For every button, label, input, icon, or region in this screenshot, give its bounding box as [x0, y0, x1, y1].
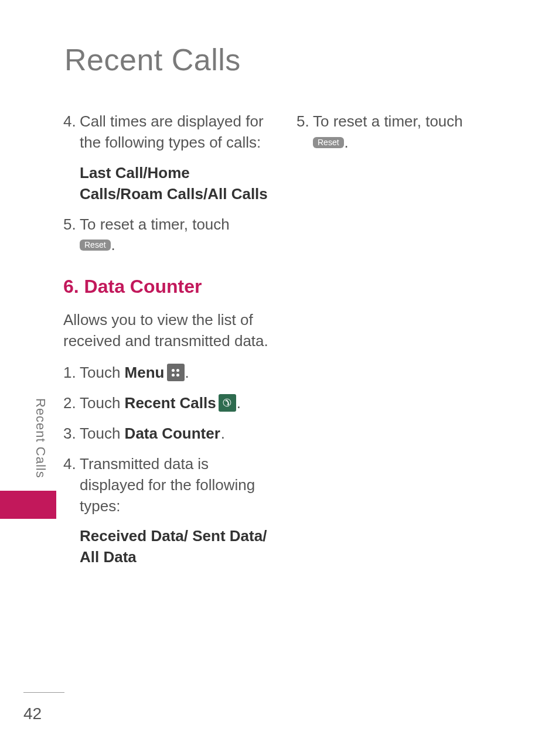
- dc-step-2: 2. Touch Recent Calls✆.: [63, 393, 273, 414]
- step-number: 2.: [63, 393, 80, 414]
- step-text: To reset a timer, touch Reset.: [313, 111, 506, 153]
- step-number: 3.: [63, 423, 80, 444]
- dc-step-3: 3. Touch Data Counter.: [63, 423, 273, 444]
- step-number: 5.: [296, 111, 313, 153]
- recent-calls-icon: ✆: [219, 394, 236, 412]
- dc-step-4-data-types: Received Data/ Sent Data/ All Data: [80, 526, 273, 568]
- step-5-text: To reset a timer, touch: [80, 215, 230, 233]
- step-5r-text: To reset a timer, touch: [313, 112, 463, 130]
- reset-button-icon: Reset: [80, 240, 111, 251]
- period: .: [185, 364, 189, 381]
- step-4-call-types: Last Call/Home Calls/Roam Calls/All Call…: [80, 163, 273, 205]
- dc1-menu-label: Menu: [125, 364, 165, 381]
- step-number: 5.: [63, 214, 80, 256]
- step-text: To reset a timer, touch Reset.: [80, 214, 273, 256]
- content-columns: 4. Call times are displayed for the foll…: [63, 111, 506, 577]
- dc3-prefix: Touch: [80, 425, 125, 442]
- step-number: 4.: [63, 111, 80, 153]
- dc1-prefix: Touch: [80, 364, 125, 381]
- period: .: [237, 394, 241, 412]
- side-tab: Recent Calls: [33, 391, 50, 526]
- step-5-right: 5. To reset a timer, touch Reset.: [296, 111, 506, 153]
- phone-icon: ✆: [223, 396, 231, 411]
- side-tab-accent: [0, 491, 56, 519]
- step-number: 4.: [63, 454, 80, 517]
- page-title: Recent Calls: [64, 42, 241, 77]
- step-text: Touch Data Counter.: [80, 423, 273, 444]
- step-5-left: 5. To reset a timer, touch Reset.: [63, 214, 273, 256]
- period: .: [345, 134, 349, 151]
- left-column: 4. Call times are displayed for the foll…: [63, 111, 273, 577]
- step-text: Transmitted data is displayed for the fo…: [80, 454, 273, 517]
- dc2-prefix: Touch: [80, 394, 125, 412]
- menu-dots-icon: [172, 369, 179, 377]
- section-6-heading: 6. Data Counter: [63, 273, 273, 299]
- manual-page: Recent Calls Recent Calls 4. Call times …: [0, 0, 559, 756]
- step-text: Touch Menu.: [80, 362, 273, 384]
- side-tab-label: Recent Calls: [33, 391, 48, 485]
- reset-button-icon: Reset: [313, 137, 344, 148]
- section-6-intro: Allows you to view the list of received …: [63, 310, 273, 352]
- step-4: 4. Call times are displayed for the foll…: [63, 111, 273, 153]
- step-text: Call times are displayed for the followi…: [80, 111, 273, 153]
- dc3-data-counter-label: Data Counter: [125, 425, 220, 442]
- right-column: 5. To reset a timer, touch Reset.: [296, 111, 506, 577]
- dc-step-1: 1. Touch Menu.: [63, 362, 273, 384]
- period: .: [221, 425, 225, 442]
- step-text: Touch Recent Calls✆.: [80, 393, 273, 414]
- dc-step-4: 4. Transmitted data is displayed for the…: [63, 454, 273, 517]
- menu-icon: [167, 364, 185, 381]
- dc2-recent-calls-label: Recent Calls: [125, 394, 216, 412]
- footer-rule: [23, 692, 64, 693]
- period: .: [111, 236, 115, 254]
- step-number: 1.: [63, 362, 80, 384]
- page-number: 42: [23, 704, 42, 723]
